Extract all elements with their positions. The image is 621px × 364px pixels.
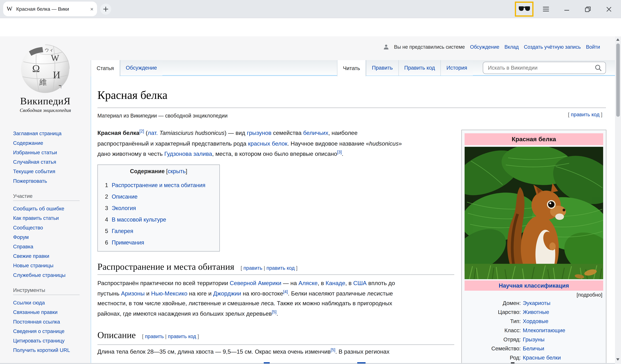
inline-link[interactable]: красных белок — [248, 140, 287, 146]
browser-tab[interactable]: W Красная белка — Вики × — [3, 1, 97, 16]
inline-link[interactable]: [5] — [331, 347, 335, 352]
tab-close-icon[interactable]: × — [90, 6, 93, 12]
section-edit-links[interactable]: [ править | править код ] — [142, 333, 199, 339]
sidebar-link[interactable]: Свежие правки — [13, 252, 88, 261]
sidebar-link[interactable]: Форум — [13, 233, 88, 242]
toc-link[interactable]: Распространение и места обитания — [112, 182, 205, 188]
taxobox-row-value[interactable]: Беличьи — [523, 346, 544, 352]
sidebar-link[interactable]: Как править статьи — [13, 214, 88, 223]
inline-link[interactable]: США — [353, 280, 366, 286]
sidebar-link[interactable]: Цитировать страницу — [13, 336, 76, 346]
personal-link[interactable]: Создать учётную запись — [524, 44, 581, 50]
sidebar-link[interactable]: Пожертвовать — [13, 176, 88, 186]
close-button[interactable] — [604, 5, 613, 14]
sidebar-link[interactable]: Содержание — [13, 138, 88, 148]
taxobox-row-value[interactable]: Животные — [523, 309, 549, 315]
taxobox-classification-header[interactable]: Научная классификация — [465, 280, 603, 291]
sidebar-link[interactable]: Сообщество — [13, 223, 88, 233]
sidebar-link[interactable]: Служебные страницы — [13, 270, 88, 280]
taxobox-row-value[interactable]: Красные белки — [523, 355, 561, 361]
taxobox-row-value[interactable]: Хордовые — [523, 318, 548, 324]
scrollbar-thumb[interactable] — [616, 44, 620, 117]
sidebar-link[interactable]: Случайная статья — [13, 157, 88, 167]
scroll-up-arrow[interactable] — [616, 38, 619, 41]
body-line: местности, в том числе хвойные, лиственн… — [98, 300, 392, 306]
taxobox-row: Класс:Млекопитающие — [465, 326, 603, 335]
toc-link[interactable]: В массовой культуре — [112, 216, 166, 222]
toc-link[interactable]: Экология — [112, 205, 136, 211]
taxobox-row-value[interactable]: Грызуны — [523, 337, 544, 342]
inline-link[interactable]: править код — [168, 333, 196, 339]
browser-window: W Красная белка — Вики × — [0, 0, 621, 364]
inline-link[interactable]: править код — [571, 111, 600, 117]
inline-text — [158, 130, 159, 136]
incognito-highlight-box[interactable] — [515, 1, 534, 16]
wiki-search-input[interactable] — [483, 65, 595, 71]
inline-link[interactable]: грызунов — [247, 130, 271, 136]
inline-link[interactable]: Канаде — [326, 280, 345, 286]
wiki-tab[interactable]: История — [440, 60, 473, 76]
inline-link[interactable]: [4] — [283, 289, 288, 294]
inline-link[interactable]: править — [145, 333, 164, 339]
taxobox-row-value[interactable]: Млекопитающие — [523, 327, 565, 333]
sidebar-link[interactable]: Постоянная ссылка — [13, 317, 76, 327]
inline-link[interactable]: Нью-Мексико — [151, 290, 187, 296]
wiki-tab[interactable]: Править — [366, 60, 398, 76]
inline-link[interactable]: [3] — [337, 150, 342, 154]
classification-link[interactable]: Научная классификация — [499, 282, 569, 289]
inline-link[interactable]: Северной Америки — [230, 280, 281, 286]
sidebar-link[interactable]: Связанные правки — [13, 308, 76, 317]
sidebar-link[interactable]: Сообщить об ошибке — [13, 204, 88, 213]
minimize-button[interactable] — [562, 5, 571, 14]
inline-link[interactable]: [5] — [272, 309, 276, 314]
top-edit-link[interactable]: [ править код ] — [568, 111, 603, 117]
sidebar-link[interactable]: Текущие события — [13, 167, 88, 176]
inline-link[interactable]: скрыть — [168, 168, 186, 174]
wikipedia-logo[interactable]: W Ω И 維 ウィ ר ВикипедиЯ Свободная энцикло… — [0, 42, 91, 113]
taxobox-detail-link[interactable]: [подробно] — [577, 292, 602, 298]
new-tab-button[interactable] — [100, 3, 111, 15]
toc-link[interactable]: Галерея — [112, 228, 133, 234]
wiki-tab[interactable]: Обсуждение — [120, 60, 163, 76]
sidebar-link[interactable]: Новые страницы — [13, 261, 88, 270]
toc-link[interactable]: Описание — [112, 193, 138, 200]
page-scrollbar[interactable] — [615, 36, 621, 364]
inline-link[interactable]: править код — [266, 265, 295, 271]
wiki-tab[interactable]: Читать — [337, 60, 366, 76]
sidebar-link[interactable]: Сведения о странице — [13, 327, 76, 336]
sidebar-link[interactable]: Заглавная страница — [13, 129, 88, 138]
toc-link[interactable]: Примечания — [112, 239, 144, 245]
squirrel-photo[interactable] — [465, 147, 603, 279]
restore-button[interactable] — [583, 5, 592, 14]
taxobox-row-value[interactable]: Эукариоты — [523, 300, 550, 306]
inline-link[interactable]: Аляске — [298, 280, 318, 286]
inline-link[interactable]: Джорджии — [213, 290, 241, 296]
inline-link[interactable]: беличьих — [303, 130, 328, 136]
sidebar-link[interactable]: Ссылки сюда — [13, 298, 76, 308]
sidebar-link[interactable]: Получить короткий URL — [13, 346, 76, 355]
search-icon[interactable] — [595, 64, 602, 71]
toc-hide-link[interactable]: [скрыть] — [166, 168, 187, 174]
sidebar-link[interactable]: Избранные статьи — [13, 148, 88, 157]
personal-link[interactable]: Обсуждение — [470, 44, 499, 50]
sidebar-participation: Участие Сообщить об ошибкеКак править ст… — [13, 193, 88, 280]
inline-link[interactable]: лат. — [148, 130, 158, 136]
wiki-tab[interactable]: Править код — [398, 60, 440, 76]
sidebar-tools-links: Ссылки сюдаСвязанные правкиПостоянная сс… — [13, 298, 76, 355]
inline-link[interactable]: [2] — [139, 128, 144, 133]
inline-link[interactable]: править — [243, 265, 262, 271]
inline-text: , в — [345, 280, 353, 286]
personal-link[interactable]: Вклад — [504, 44, 519, 50]
wiki-tab[interactable]: Статья — [91, 60, 120, 76]
browser-menu-button[interactable] — [541, 5, 551, 14]
sidebar-link[interactable]: Справка — [13, 242, 88, 252]
inline-text: . — [342, 151, 343, 157]
scroll-down-arrow[interactable] — [616, 358, 619, 361]
section-heading-text: Распространение и места обитания — [98, 262, 234, 272]
taxobox-row-label: Царство: — [465, 309, 523, 315]
inline-link[interactable]: Гудзонова залива — [164, 151, 212, 157]
section-edit-links[interactable]: [ править | править код ] — [241, 265, 297, 271]
toc-item: 5Галерея — [104, 225, 205, 237]
personal-link[interactable]: Войти — [586, 44, 600, 50]
inline-link[interactable]: Аризоны — [121, 290, 145, 296]
